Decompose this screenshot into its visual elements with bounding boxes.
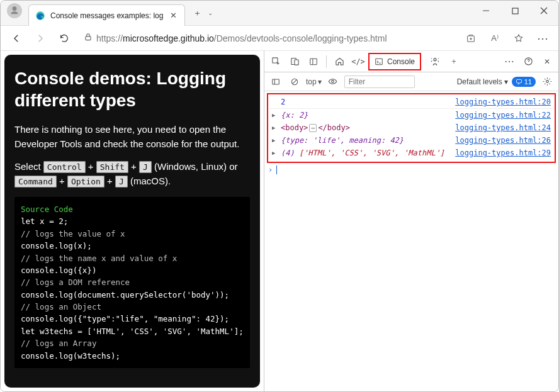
issues-icon[interactable] [426, 53, 444, 70]
dom-open-tag: <body> [281, 123, 308, 132]
tab-overflow-chevron[interactable]: ⌄ [208, 9, 213, 16]
log-object: {type: 'life', meaning: 42} [281, 136, 449, 145]
source-link[interactable]: logging-types.html:24 [455, 123, 551, 132]
code-line: let w3techs = ['HTML', 'CSS', 'SVG', 'Ma… [21, 325, 244, 337]
url-text: https://microsoftedge.github.io/Demos/de… [96, 33, 387, 43]
console-icon [375, 57, 383, 66]
kbd-j-2: J [115, 176, 128, 188]
console-row[interactable]: ▶ (4) ['HTML', 'CSS', 'SVG', 'MathML'] l… [269, 147, 553, 159]
console-settings-button[interactable] [539, 74, 555, 89]
code-line: // logs the value of x [21, 228, 244, 240]
code-line: console.log({x}) [21, 264, 244, 276]
minimize-button[interactable] [471, 1, 500, 21]
svg-point-20 [546, 81, 548, 83]
url-box[interactable]: https://microsoftedge.github.io/Demos/de… [79, 29, 456, 48]
svg-point-19 [332, 81, 334, 83]
source-link[interactable]: logging-types.html:29 [455, 148, 551, 157]
expand-arrow-icon[interactable]: ▶ [272, 136, 278, 143]
svg-rect-12 [376, 59, 383, 64]
kbd-command: Command [14, 176, 57, 188]
context-selector[interactable]: top ▾ [306, 77, 322, 86]
forward-button[interactable] [31, 29, 50, 48]
log-array: (4) ['HTML', 'CSS', 'SVG', 'MathML'] [281, 148, 449, 157]
browser-menu-button[interactable]: ⋯ [533, 29, 552, 48]
tab-close-icon[interactable]: ✕ [168, 11, 178, 21]
source-code-box: Source Code let x = 2; // logs the value… [14, 197, 250, 368]
kbd-option: Option [67, 176, 104, 188]
console-tab-label: Console [387, 57, 415, 66]
code-line: console.log(w3techs); [21, 350, 244, 362]
page-intro: There is nothing to see here, you need t… [14, 123, 250, 151]
window-controls [471, 1, 558, 21]
mid-text-2: (macOS). [128, 176, 171, 186]
live-expression-button[interactable] [325, 74, 341, 89]
source-link[interactable]: logging-types.html:22 [455, 111, 551, 120]
browser-tab[interactable]: Console messages examples: log ✕ [28, 4, 185, 26]
url-path: /Demos/devtools-console/logging-types.ht… [214, 33, 387, 43]
array-length: (4) [281, 148, 299, 157]
new-tab-button[interactable]: ＋ [188, 4, 206, 23]
titlebar: Console messages examples: log ✕ ＋ ⌄ [1, 1, 558, 26]
log-levels-selector[interactable]: Default levels ▾ [457, 77, 508, 86]
kbd-shift: Shift [96, 161, 128, 173]
console-row[interactable]: ▶ {type: 'life', meaning: 42} logging-ty… [269, 134, 553, 147]
log-dom-element: <body>⋯</body> [281, 123, 449, 132]
refresh-button[interactable] [55, 29, 74, 48]
expand-arrow-icon[interactable]: ▶ [272, 123, 278, 131]
svg-point-13 [434, 58, 436, 60]
source-link[interactable]: logging-types.html:20 [455, 98, 551, 106]
console-row[interactable]: ▶ {x: 2} logging-types.html:22 [269, 109, 553, 121]
devtools-tabstrip: </> Console ＋ ⋯ ✕ [264, 51, 558, 72]
collections-button[interactable] [461, 29, 480, 48]
select-prefix: Select [14, 161, 43, 172]
help-button[interactable] [519, 53, 537, 70]
svg-rect-15 [273, 79, 280, 84]
back-button[interactable] [7, 29, 26, 48]
devtools-menu-button[interactable]: ⋯ [500, 53, 518, 70]
favorite-button[interactable] [509, 29, 528, 48]
source-link[interactable]: logging-types.html:26 [455, 136, 551, 145]
issues-count: 11 [524, 78, 532, 86]
console-filter-input[interactable] [344, 76, 415, 88]
issues-badge[interactable]: 🗩11 [512, 77, 536, 87]
clear-console-button[interactable] [287, 74, 302, 89]
expand-arrow-icon[interactable]: ▶ [272, 148, 278, 156]
welcome-tab-icon[interactable] [330, 53, 348, 70]
code-line: // logs an Object [21, 301, 244, 313]
maximize-button[interactable] [500, 1, 529, 21]
console-messages: 2 logging-types.html:20 ▶ {x: 2} logging… [267, 93, 556, 163]
site-info-icon[interactable] [84, 33, 93, 43]
console-sidebar-toggle[interactable] [268, 74, 283, 89]
profile-avatar[interactable] [7, 3, 22, 18]
code-line: console.log(document.querySelector('body… [21, 289, 244, 301]
shortcut-line: Select Control + Shift + J (Windows, Lin… [14, 160, 250, 188]
svg-rect-10 [310, 59, 317, 64]
console-row[interactable]: 2 logging-types.html:20 [269, 96, 553, 109]
device-emulation-icon[interactable] [286, 53, 303, 70]
row-indent [272, 98, 278, 99]
console-prompt[interactable]: › [264, 163, 558, 177]
text-caret [276, 165, 277, 174]
code-line: // logs the name x and value of x [21, 252, 244, 264]
console-tab[interactable]: Console [368, 53, 421, 70]
read-aloud-button[interactable]: A⁾ [485, 29, 504, 48]
inspect-element-icon[interactable] [267, 53, 285, 70]
console-row[interactable]: ▶ <body>⋯</body> logging-types.html:24 [269, 121, 553, 134]
close-window-button[interactable] [529, 1, 558, 21]
activity-bar-icon[interactable] [305, 53, 322, 70]
log-object: {x: 2} [281, 111, 449, 120]
levels-label: Default levels [457, 77, 502, 86]
log-value: 2 [281, 98, 449, 106]
expand-arrow-icon[interactable]: ▶ [272, 111, 278, 118]
mid-text-1: (Windows, Linux) or [152, 161, 238, 172]
code-line: let x = 2; [21, 215, 244, 227]
array-body: ['HTML', 'CSS', 'SVG', 'MathML'] [299, 148, 444, 157]
console-toolbar: top ▾ Default levels ▾ 🗩11 [264, 72, 558, 91]
code-line: console.log(x); [21, 240, 244, 252]
ellipsis-icon[interactable]: ⋯ [309, 124, 317, 132]
close-devtools-button[interactable]: ✕ [538, 53, 556, 70]
elements-tab-icon[interactable]: </> [349, 53, 367, 70]
page-viewport: Console demos: Logging different types T… [1, 51, 264, 391]
more-tabs-button[interactable]: ＋ [445, 53, 463, 70]
code-line: console.log({"type":"life", "meaning": 4… [21, 313, 244, 325]
